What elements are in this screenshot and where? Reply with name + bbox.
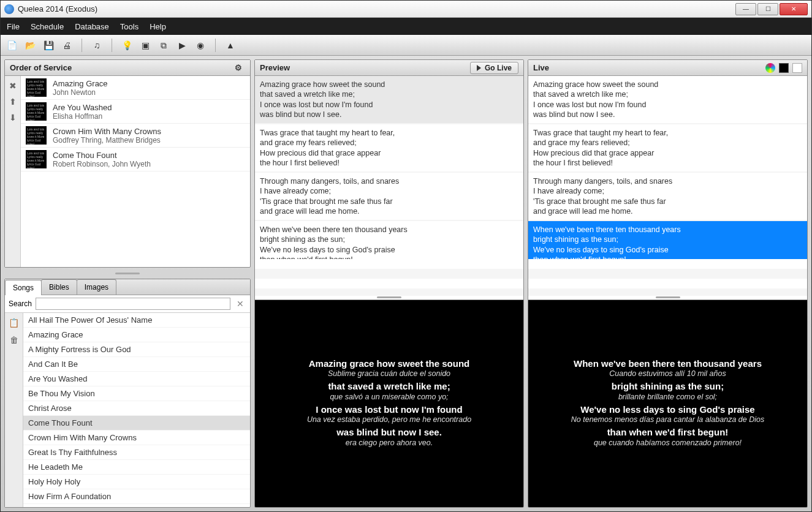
search-label: Search [9, 299, 32, 308]
song-row[interactable]: Great Is Thy Faithfulness [23, 445, 250, 460]
display-line-translation: que cuando habíamos comenzado primero! [594, 439, 742, 447]
verse-slide[interactable]: Twas grace that taught my heart to fear,… [255, 124, 523, 173]
preview-verse-list[interactable]: Amazing grace how sweet the sound that s… [255, 76, 523, 259]
clear-screen-icon[interactable] [792, 63, 802, 73]
song-row[interactable]: Be Thou My Vision [23, 386, 250, 401]
slide-thumbnail: Lots and lots Lyrics really loves it Mor… [26, 102, 47, 121]
order-item-title: Crown Him With Many Crowns [53, 127, 161, 136]
new-icon[interactable]: 📄 [6, 39, 18, 51]
logo-screen-icon[interactable] [765, 63, 775, 73]
display-line-main: that saved a wretch like me; [328, 380, 450, 393]
slide-thumbnail: Lots and lots Lyrics really loves it Mor… [26, 126, 47, 145]
save-icon[interactable]: 💾 [42, 39, 55, 51]
order-item[interactable]: Lots and lots Lyrics really loves it Mor… [21, 76, 250, 100]
preview-empty-area [255, 259, 523, 296]
minimize-button[interactable]: — [735, 3, 756, 15]
verse-slide[interactable]: Through many dangers, toils, and snares … [528, 173, 807, 221]
slide-thumbnail: Lots and lots Lyrics really loves it Mor… [26, 150, 47, 168]
slide-thumbnail: Lots and lots Lyrics really loves it Mor… [26, 78, 47, 97]
menu-schedule[interactable]: Schedule [31, 22, 64, 31]
display-line-translation: Sublime gracia cuán dulce el sonido [328, 369, 450, 378]
verse-slide[interactable]: Through many dangers, toils, and snares … [255, 173, 523, 221]
titlebar: Quelea 2014 (Exodus) — ☐ ✕ [1, 1, 811, 18]
song-row[interactable]: Amazing Grace [23, 328, 250, 342]
display-line-main: We've no less days to sing God's praise [580, 404, 754, 416]
display-line-translation: brillante brillante como el sol; [618, 393, 717, 401]
open-icon[interactable]: 📂 [24, 39, 36, 51]
go-live-button[interactable]: Go Live [470, 62, 518, 74]
song-list[interactable]: All Hail The Power Of Jesus' NameAmazing… [23, 313, 250, 507]
song-row[interactable]: Christ Arose [23, 401, 250, 416]
order-item[interactable]: Lots and lots Lyrics really loves it Mor… [21, 100, 250, 124]
move-down-icon[interactable]: ⬇ [9, 113, 17, 122]
menu-tools[interactable]: Tools [120, 22, 138, 31]
display-line-translation: que salvó a un miserable como yo; [330, 393, 448, 401]
live-title: Live [533, 63, 549, 72]
display-line-main: was blind but now I see. [336, 426, 442, 439]
verse-slide[interactable]: Amazing grace how sweet the sound that s… [528, 76, 807, 124]
song-row[interactable]: Crown Him With Many Crowns [23, 431, 250, 445]
live-display: When we've been there ten thousand years… [528, 299, 807, 508]
verse-slide[interactable]: When we've been there ten thousand years… [255, 221, 523, 259]
print-icon[interactable]: 🖨 [61, 39, 73, 51]
display-line-main: bright shining as the sun; [612, 380, 724, 393]
toolbar: 📄 📂 💾 🖨 ♫ 💡 ▣ ⧉ ▶ ◉ ▲ [1, 35, 811, 56]
live-panel: Live Amazing grace how sweet the sound t… [528, 59, 808, 508]
live-verse-list[interactable]: Amazing grace how sweet the sound that s… [528, 76, 807, 259]
song-row[interactable]: Holy Holy Holy [23, 475, 250, 489]
order-item[interactable]: Lots and lots Lyrics really loves it Mor… [21, 124, 250, 148]
song-row[interactable]: How Firm A Foundation [23, 489, 250, 504]
verse-slide[interactable]: When we've been there ten thousand years… [528, 221, 807, 259]
order-item[interactable]: Lots and lots Lyrics really loves it Mor… [21, 148, 250, 171]
move-up-icon[interactable]: ⬆ [9, 97, 17, 107]
song-row[interactable]: And Can It Be [23, 357, 250, 372]
presentation-icon[interactable]: ▣ [139, 39, 151, 51]
clear-search-icon[interactable]: ✕ [234, 299, 246, 309]
order-item-author: Elisha Hoffman [53, 112, 112, 121]
horizontal-splitter[interactable] [4, 271, 251, 275]
song-row[interactable]: A Mighty Fortress is Our God [23, 342, 250, 357]
maximize-button[interactable]: ☐ [757, 3, 778, 15]
display-line-main: When we've been there ten thousand years [574, 358, 762, 370]
remove-icon[interactable]: ✖ [9, 81, 17, 91]
tab-images[interactable]: Images [77, 279, 116, 295]
song-row[interactable]: He Leadeth Me [23, 460, 250, 475]
tab-songs[interactable]: Songs [5, 280, 42, 295]
preview-title: Preview [260, 63, 290, 72]
warning-icon[interactable]: ▲ [224, 39, 237, 51]
dvd-icon[interactable]: ◉ [194, 39, 207, 51]
video-icon[interactable]: ⧉ [157, 39, 170, 51]
order-item-author: Godfrey Thring, Matthew Bridges [53, 136, 161, 145]
play-triangle-icon [477, 65, 481, 71]
menu-file[interactable]: File [7, 22, 20, 31]
content-area: Order of Service ⚙ ✖ ⬆ ⬇ Lots and lots L… [1, 56, 811, 511]
display-line-translation: No tenemos menos días para cantar la ala… [571, 415, 764, 424]
library-panel: Songs Bibles Images Search ✕ 📋 🗑 All Hai… [4, 279, 251, 508]
order-list[interactable]: Lots and lots Lyrics really loves it Mor… [21, 76, 250, 267]
menu-database[interactable]: Database [75, 22, 109, 31]
song-row[interactable]: All Hail The Power Of Jesus' Name [23, 313, 250, 328]
delete-icon[interactable]: 🗑 [10, 335, 18, 345]
song-row[interactable]: Are You Washed [23, 372, 250, 386]
music-icon[interactable]: ♫ [91, 39, 103, 51]
display-line-translation: era ciego pero ahora veo. [346, 439, 433, 447]
order-of-service-panel: Order of Service ⚙ ✖ ⬆ ⬇ Lots and lots L… [4, 59, 251, 268]
black-screen-icon[interactable] [779, 63, 789, 73]
menubar: File Schedule Database Tools Help [1, 18, 811, 35]
search-input[interactable] [36, 298, 230, 310]
order-item-author: Robert Robinson, John Wyeth [53, 160, 151, 168]
gear-icon[interactable]: ⚙ [232, 62, 245, 74]
display-line-main: Amazing grace how sweet the sound [309, 358, 470, 370]
song-row[interactable]: Come Thou Fount [23, 416, 250, 431]
menu-help[interactable]: Help [150, 22, 166, 31]
close-button[interactable]: ✕ [780, 3, 808, 15]
tab-bibles[interactable]: Bibles [41, 279, 77, 295]
order-item-title: Amazing Grace [53, 79, 108, 88]
verse-slide[interactable]: Amazing grace how sweet the sound that s… [255, 76, 523, 124]
bulb-icon[interactable]: 💡 [121, 39, 133, 51]
order-item-title: Are You Washed [53, 103, 112, 112]
play-icon[interactable]: ▶ [176, 39, 188, 51]
display-line-translation: Una vez estaba perdido, pero me he encon… [307, 415, 471, 424]
verse-slide[interactable]: Twas grace that taught my heart to fear,… [528, 124, 807, 173]
copy-icon[interactable]: 📋 [9, 318, 19, 328]
